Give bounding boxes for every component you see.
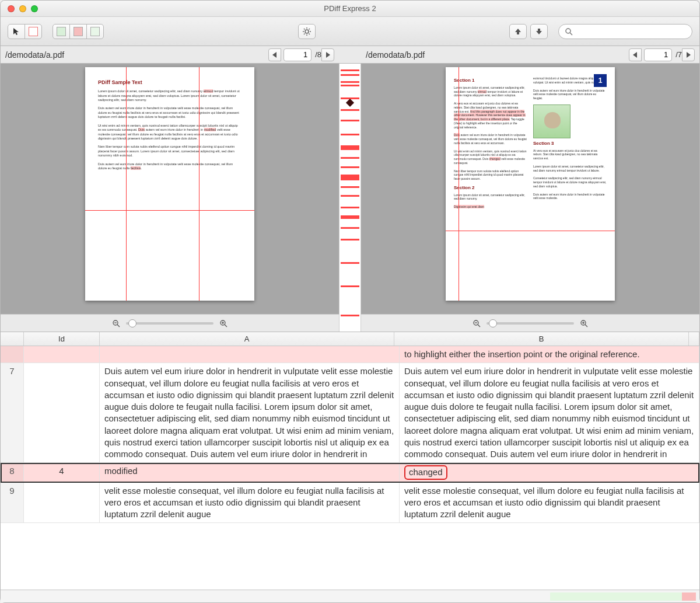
table-row[interactable]: to highlight either the insertion point … — [1, 346, 699, 363]
preview-pane-b: 1 Section 1 Lorem ipsum dolor sit amet, … — [361, 64, 699, 332]
triangle-right-icon — [326, 52, 330, 58]
page-b: 1 Section 1 Lorem ipsum dolor sit amet, … — [446, 67, 615, 301]
changed-token: changed — [404, 465, 447, 479]
cell-a: Duis autem vel eum iriure dolor in hendr… — [100, 363, 400, 462]
zoom-in-icon[interactable] — [219, 319, 228, 327]
section1-heading: Section 1 — [454, 78, 527, 84]
current-diff-marker — [346, 99, 354, 107]
svg-line-10 — [570, 33, 572, 35]
cell-b: Duis autem vel eum iriure dolor in hendr… — [400, 363, 699, 462]
svg-line-5 — [304, 29, 305, 30]
search-input[interactable] — [576, 26, 686, 36]
zoom-slider-b[interactable] — [487, 322, 574, 325]
table-row[interactable]: 7Duis autem vel eum iriure dolor in hend… — [1, 363, 699, 463]
search-field[interactable] — [558, 24, 692, 39]
cursor-tool-button[interactable] — [8, 24, 25, 39]
cell-a — [100, 346, 400, 363]
table-body[interactable]: to highlight either the insertion point … — [1, 346, 699, 590]
cell-rownum: 9 — [1, 483, 24, 523]
cell-b: to highlight either the insertion point … — [400, 346, 699, 363]
triangle-left-icon — [272, 52, 277, 58]
diff-summary-swatch — [550, 592, 696, 601]
cell-id — [24, 363, 100, 462]
diff-table: Id A B to highlight either the insertion… — [1, 332, 699, 602]
next-diff-button[interactable] — [530, 24, 548, 39]
cell-a: velit esse molestie consequat, vel illum… — [100, 483, 400, 523]
path-b-label: /demodata/b.pdf — [366, 50, 625, 60]
triangle-right-icon — [686, 52, 691, 58]
cell-b: changed — [400, 463, 699, 482]
page-a-input[interactable] — [284, 48, 312, 61]
svg-line-8 — [309, 29, 310, 30]
th-b[interactable]: B — [394, 332, 689, 346]
path-a-label: /demodata/a.pdf — [5, 50, 265, 60]
cell-id: 4 — [24, 463, 100, 482]
status-bar — [1, 590, 699, 602]
page-a: PDiff Sample Text Lorem ipsum dolor sit … — [85, 67, 254, 301]
zoom-slider-a[interactable] — [126, 322, 214, 325]
gear-icon — [302, 27, 312, 36]
zoom-bar-a — [1, 314, 339, 332]
diff-gutter[interactable] — [339, 64, 361, 332]
filter-same-button[interactable] — [52, 24, 70, 39]
svg-point-9 — [566, 29, 570, 33]
cell-id — [24, 483, 100, 523]
page-a-prev-button[interactable] — [268, 48, 281, 61]
svg-point-0 — [305, 30, 309, 33]
preview-pane-a: PDiff Sample Text Lorem ipsum dolor sit … — [1, 64, 339, 332]
zoom-bar-b — [361, 314, 699, 332]
page-b-total: /7 — [676, 50, 682, 59]
th-id[interactable]: Id — [24, 332, 100, 346]
th-scroll-spacer — [689, 332, 699, 346]
table-row[interactable]: 9velit esse molestie consequat, vel illu… — [1, 483, 699, 524]
svg-line-6 — [309, 33, 310, 34]
page-b-prev-button[interactable] — [629, 48, 642, 61]
svg-line-7 — [304, 33, 305, 34]
highlight-tool-button[interactable] — [24, 24, 42, 39]
preview-stage-a[interactable]: PDiff Sample Text Lorem ipsum dolor sit … — [1, 64, 339, 314]
preview-area: PDiff Sample Text Lorem ipsum dolor sit … — [1, 64, 699, 332]
svg-line-19 — [478, 325, 480, 327]
triangle-left-icon — [633, 52, 638, 58]
page-b-number-badge: 1 — [594, 74, 607, 87]
zoom-in-icon[interactable] — [580, 319, 588, 327]
table-header: Id A B — [1, 332, 699, 346]
cell-id — [24, 346, 100, 363]
page-a-title: PDiff Sample Text — [98, 79, 242, 86]
svg-line-22 — [585, 325, 587, 327]
zoom-out-icon[interactable] — [112, 319, 120, 327]
page-a-total: /8 — [315, 50, 321, 59]
path-bar: /demodata/a.pdf /8 /demodata/b.pdf /7 — [1, 46, 699, 64]
arrow-up-icon — [514, 28, 522, 35]
page-b-next-button[interactable] — [682, 48, 695, 61]
window-titlebar: PDiff Express 2 — [1, 1, 699, 17]
preview-stage-b[interactable]: 1 Section 1 Lorem ipsum dolor sit amet, … — [361, 64, 699, 314]
section2-heading: Section 2 — [454, 185, 527, 191]
prev-diff-button[interactable] — [509, 24, 527, 39]
filter-diff-button[interactable] — [69, 24, 87, 39]
window-title: PDiff Express 2 — [1, 4, 699, 13]
settings-button[interactable] — [298, 24, 316, 39]
cell-rownum: 8 — [1, 463, 24, 482]
th-a[interactable]: A — [100, 332, 394, 346]
arrow-down-icon — [536, 28, 542, 35]
cell-rownum — [1, 346, 24, 363]
section3-heading: Section 3 — [533, 141, 607, 147]
toolbar — [1, 17, 699, 46]
svg-line-12 — [117, 325, 120, 327]
page-b-input[interactable] — [644, 48, 672, 61]
app-window: PDiff Express 2 — [0, 0, 700, 603]
filter-all-button[interactable] — [86, 24, 104, 39]
th-rownum[interactable] — [1, 332, 24, 346]
search-icon — [565, 27, 573, 36]
table-row[interactable]: 84modifiedchanged — [1, 463, 699, 482]
cell-b: velit esse molestie consequat, vel illum… — [400, 483, 699, 523]
svg-line-15 — [225, 325, 227, 327]
embedded-image — [533, 104, 570, 138]
cell-a: modified — [100, 463, 400, 482]
page-a-next-button[interactable] — [321, 48, 334, 61]
zoom-out-icon[interactable] — [473, 319, 481, 327]
cell-rownum: 7 — [1, 363, 24, 462]
